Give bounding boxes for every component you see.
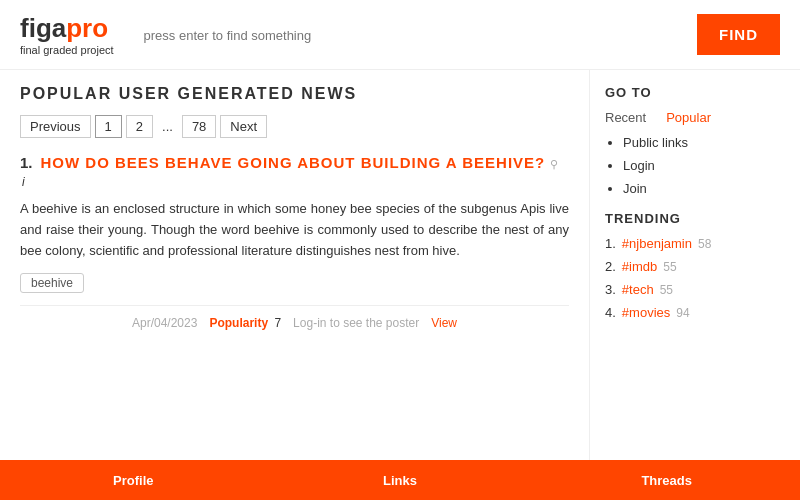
page-title: POPULAR USER GENERATED NEWS	[20, 85, 569, 103]
find-button[interactable]: FIND	[697, 14, 780, 55]
footer-threads[interactable]: Threads	[533, 473, 800, 488]
trending-count-4: 94	[676, 306, 689, 320]
trending-num-4: 4.	[605, 305, 616, 320]
search-area	[144, 27, 697, 43]
list-item: Login	[623, 158, 785, 173]
content-area: POPULAR USER GENERATED NEWS Previous 1 2…	[0, 70, 590, 460]
sidebar: GO TO Recent Popular Public links Login …	[590, 70, 800, 460]
goto-title: GO TO	[605, 85, 785, 100]
prev-button[interactable]: Previous	[20, 115, 91, 138]
article-login-note: Log-in to see the poster	[293, 316, 419, 330]
trending-num-2: 2.	[605, 259, 616, 274]
next-button[interactable]: Next	[220, 115, 267, 138]
list-item: 1. #njbenjamin 58	[605, 236, 785, 251]
join-link[interactable]: Join	[623, 181, 647, 196]
list-item: Public links	[623, 135, 785, 150]
search-input[interactable]	[144, 28, 444, 43]
trending-num-3: 3.	[605, 282, 616, 297]
article-footer: Apr/04/2023 Popularity 7 Log-in to see t…	[20, 305, 569, 330]
article-tag[interactable]: beehive	[20, 273, 84, 293]
trending-count-2: 55	[663, 260, 676, 274]
header: figapro final graded project FIND	[0, 0, 800, 70]
trending-num-1: 1.	[605, 236, 616, 251]
trending-count-3: 55	[660, 283, 673, 297]
article-title[interactable]: HOW DO BEES BEHAVE GOING ABOUT BUILDING …	[41, 154, 546, 171]
article-number: 1.	[20, 154, 33, 171]
list-item: Join	[623, 181, 785, 196]
article-body: A beehive is an enclosed structure in wh…	[20, 199, 569, 261]
sidebar-tabs: Recent Popular	[605, 110, 785, 125]
page-1-button[interactable]: 1	[95, 115, 122, 138]
logo-subtitle: final graded project	[20, 44, 114, 56]
article-date: Apr/04/2023	[132, 316, 197, 330]
sidebar-links: Public links Login Join	[605, 135, 785, 196]
article-link-icon: ⚲	[550, 158, 558, 171]
popularity-label: Popularity	[209, 316, 268, 330]
main-container: POPULAR USER GENERATED NEWS Previous 1 2…	[0, 70, 800, 460]
article-1: 1. HOW DO BEES BEHAVE GOING ABOUT BUILDI…	[20, 154, 569, 330]
article-title-row: 1. HOW DO BEES BEHAVE GOING ABOUT BUILDI…	[20, 154, 569, 171]
list-item: 4. #movies 94	[605, 305, 785, 320]
footer-links[interactable]: Links	[267, 473, 534, 488]
logo-fig: figa	[20, 13, 66, 43]
logo: figapro final graded project	[20, 13, 114, 56]
public-links-link[interactable]: Public links	[623, 135, 688, 150]
article-italic: i	[22, 175, 569, 189]
popularity-value: 7	[274, 316, 281, 330]
login-link[interactable]: Login	[623, 158, 655, 173]
pagination: Previous 1 2 ... 78 Next	[20, 115, 569, 138]
page-2-button[interactable]: 2	[126, 115, 153, 138]
trending-tag-4[interactable]: #movies	[622, 305, 670, 320]
trending-title: TRENDING	[605, 211, 785, 226]
logo-pro: pro	[66, 13, 108, 43]
tab-popular[interactable]: Popular	[666, 110, 711, 125]
trending-count-1: 58	[698, 237, 711, 251]
footer-profile[interactable]: Profile	[0, 473, 267, 488]
trending-tag-2[interactable]: #imdb	[622, 259, 657, 274]
trending-list: 1. #njbenjamin 58 2. #imdb 55 3. #tech 5…	[605, 236, 785, 320]
trending-tag-3[interactable]: #tech	[622, 282, 654, 297]
list-item: 3. #tech 55	[605, 282, 785, 297]
footer: Profile Links Threads	[0, 460, 800, 500]
list-item: 2. #imdb 55	[605, 259, 785, 274]
page-ellipsis: ...	[157, 116, 178, 137]
logo-text: figapro	[20, 13, 114, 44]
article-view-link[interactable]: View	[431, 316, 457, 330]
tab-recent[interactable]: Recent	[605, 110, 646, 125]
page-78-button[interactable]: 78	[182, 115, 216, 138]
trending-tag-1[interactable]: #njbenjamin	[622, 236, 692, 251]
article-popularity-label: Popularity 7	[209, 316, 281, 330]
